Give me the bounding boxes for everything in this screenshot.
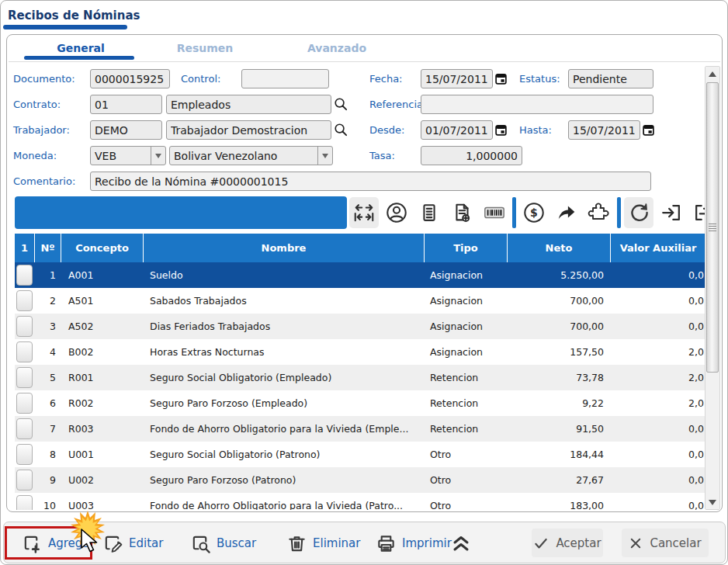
cancelar-button[interactable]: Cancelar [622, 529, 709, 557]
trabajador-code-field[interactable] [90, 120, 162, 140]
cell-neto: 700,00 [507, 314, 610, 339]
column-header-num[interactable]: Nº [34, 234, 61, 262]
table-row[interactable]: 7 R003 Fondo de Ahorro Obligatorio para … [15, 416, 705, 442]
row-selector-button[interactable] [16, 470, 33, 490]
moneda-code-select[interactable]: VEB [90, 146, 166, 165]
refresh-icon[interactable] [624, 197, 653, 228]
hasta-calendar-icon[interactable] [640, 121, 656, 138]
cell-concepto: R003 [61, 416, 143, 442]
desde-field[interactable] [421, 120, 493, 140]
desde-calendar-icon[interactable] [493, 121, 508, 138]
row-selector-button[interactable] [16, 265, 33, 286]
barcode-icon[interactable] [480, 197, 509, 228]
table-row[interactable]: 2 A501 Sabados Trabajados Asignacion 700… [15, 288, 705, 314]
control-label: Control: [181, 69, 220, 88]
fecha-calendar-icon[interactable] [493, 70, 508, 87]
cell-concepto: R001 [61, 365, 143, 390]
row-selector-button[interactable] [16, 418, 33, 439]
check-icon [533, 536, 549, 551]
column-header-valor-auxiliar[interactable]: Valor Auxiliar [610, 234, 705, 262]
estatus-field[interactable] [568, 69, 653, 88]
toolbar: $ [349, 195, 719, 231]
agregar-button[interactable]: Agregar [22, 522, 95, 564]
column-header-nombre[interactable]: Nombre [143, 234, 424, 262]
table-row[interactable]: 3 A502 Dias Feriados Trabajados Asignaci… [15, 314, 705, 339]
cell-num: 10 [34, 493, 61, 510]
cell-num: 5 [34, 365, 61, 390]
editar-button[interactable]: Editar [102, 522, 163, 564]
trabajador-search-icon[interactable] [332, 120, 349, 139]
tasa-field[interactable] [421, 146, 522, 165]
toolbar-separator [512, 197, 516, 228]
aceptar-button[interactable]: Aceptar [532, 529, 603, 557]
documento-label: Documento: [13, 69, 75, 88]
moneda-code-dropdown-icon[interactable] [151, 147, 165, 165]
column-header-concepto[interactable]: Concepto [61, 234, 143, 262]
send-icon[interactable] [552, 197, 581, 228]
cell-valor-auxiliar: 0,0 [610, 314, 705, 339]
scroll-down-icon[interactable] [705, 495, 719, 509]
cell-valor-auxiliar: 0,0 [610, 288, 705, 314]
fit-columns-icon[interactable] [349, 197, 379, 228]
column-header-sel[interactable]: 1 [15, 234, 34, 262]
table-row[interactable]: 5 R001 Seguro Social Obligatorio (Emplea… [15, 365, 705, 390]
contrato-code-field[interactable] [90, 95, 162, 114]
add-concept-icon[interactable] [447, 197, 477, 228]
table-row[interactable]: 6 R002 Seguro Paro Forzoso (Empleado) Re… [15, 390, 705, 416]
referencia-field[interactable] [421, 95, 653, 114]
cell-neto: 184,44 [507, 442, 610, 467]
contrato-search-icon[interactable] [332, 95, 349, 113]
cell-concepto: U002 [61, 467, 143, 493]
fecha-label: Fecha: [369, 69, 403, 88]
contrato-name-field[interactable] [166, 95, 331, 114]
row-selector-button[interactable] [16, 495, 33, 510]
cell-num: 4 [34, 339, 61, 365]
scrollbar-thumb[interactable] [706, 82, 719, 373]
row-selector-button[interactable] [16, 393, 33, 414]
collapse-chevrons-icon[interactable] [449, 533, 473, 553]
cell-num: 6 [34, 390, 61, 416]
cell-tipo: Retencion [424, 390, 507, 416]
row-selector-button[interactable] [16, 290, 33, 311]
table-row[interactable]: 9 U002 Seguro Paro Forzoso (Patrono) Otr… [15, 467, 705, 493]
currency-icon[interactable]: $ [519, 197, 549, 228]
plugins-icon[interactable] [584, 197, 614, 228]
scroll-up-icon[interactable] [705, 67, 719, 81]
vertical-scrollbar[interactable] [705, 66, 720, 510]
moneda-name-select[interactable]: Bolivar Venezolano [169, 146, 333, 165]
column-header-neto[interactable]: Neto [507, 234, 610, 262]
table-row[interactable]: 10 U003 Fondo de Ahorro Obligatorio para… [15, 493, 705, 510]
column-header-tipo[interactable]: Tipo [424, 234, 507, 262]
table-row[interactable]: 8 U001 Seguro Social Obligatorio (Patron… [15, 442, 705, 467]
fecha-field[interactable] [421, 69, 493, 88]
eliminar-button[interactable]: Eliminar [286, 522, 360, 564]
tab-general[interactable]: General [23, 40, 139, 57]
table-row[interactable]: 4 B002 Horas Extras Nocturnas Asignacion… [15, 339, 705, 365]
documento-field[interactable] [90, 69, 170, 88]
row-selector-button[interactable] [16, 341, 33, 362]
imprimir-button[interactable]: Imprimir [376, 522, 452, 564]
concept-list-icon[interactable] [414, 197, 444, 228]
cell-neto: 700,00 [507, 288, 610, 314]
worker-icon[interactable] [382, 197, 411, 228]
tabstrip-divider [9, 61, 720, 62]
cell-nombre: Seguro Social Obligatorio (Patrono) [143, 442, 424, 467]
row-selector-button[interactable] [16, 444, 33, 465]
cell-neto: 27,67 [507, 467, 610, 493]
cell-nombre: Seguro Social Obligatorio (Empleado) [143, 365, 424, 390]
comentario-field[interactable] [90, 172, 651, 191]
cell-nombre: Horas Extras Nocturnas [143, 339, 424, 365]
moneda-name-value: Bolivar Venezolano [170, 150, 317, 162]
trabajador-name-field[interactable] [166, 120, 331, 140]
import-icon[interactable] [657, 197, 686, 228]
buscar-button[interactable]: Buscar [190, 522, 256, 564]
moneda-name-dropdown-icon[interactable] [317, 147, 332, 165]
hasta-field[interactable] [568, 120, 640, 140]
control-field[interactable] [241, 69, 329, 88]
tab-avanzado[interactable]: Avanzado [279, 40, 395, 57]
cell-tipo: Otro [424, 467, 507, 493]
row-selector-button[interactable] [16, 367, 33, 388]
table-row[interactable]: 1 A001 Sueldo Asignacion 5.250,00 0,0 [15, 262, 705, 288]
row-selector-button[interactable] [16, 316, 33, 337]
tab-resumen[interactable]: Resumen [147, 40, 263, 57]
